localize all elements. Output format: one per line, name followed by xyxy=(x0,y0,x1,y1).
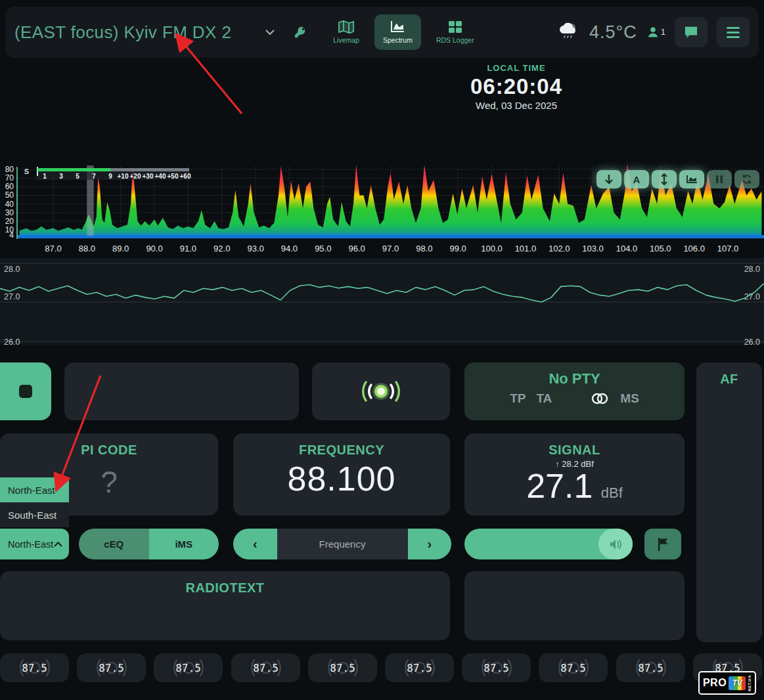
spectrum-arrow-updown-button[interactable] xyxy=(652,170,677,188)
user-icon xyxy=(646,26,660,39)
header-nav: LivemapSpectrumRDS Logger xyxy=(325,14,482,50)
svg-text:87.0: 87.0 xyxy=(45,244,61,253)
key-icon[interactable] xyxy=(293,25,307,39)
spectrum-arrow-down-button[interactable] xyxy=(596,170,621,188)
svg-text:+20: +20 xyxy=(130,173,141,180)
ukraine-flag-icon xyxy=(238,26,258,39)
svg-text:98.0: 98.0 xyxy=(416,244,432,253)
svg-text:26.0: 26.0 xyxy=(4,338,20,345)
svg-text:104.0: 104.0 xyxy=(616,244,638,253)
spectrum-pause-button[interactable] xyxy=(707,170,732,188)
volume-slider[interactable] xyxy=(464,529,633,559)
tune-down-button[interactable]: ‹ xyxy=(233,529,277,559)
svg-text:+10: +10 xyxy=(118,173,129,180)
local-time-block: LOCAL TIME 06:20:04 Wed, 03 Dec 2025 xyxy=(460,63,573,111)
chevron-up-icon xyxy=(54,542,62,547)
preset-button-6[interactable]: 87.5 xyxy=(385,653,454,682)
antenna-option-north-east[interactable]: North-East xyxy=(0,477,69,502)
menu-button[interactable] xyxy=(717,17,750,47)
preset-button-1[interactable]: 87.5 xyxy=(0,653,69,682)
antenna-dropdown-list: North-EastSouth-East xyxy=(0,477,69,527)
svg-text:92.0: 92.0 xyxy=(213,244,230,253)
pi-code-label: PI CODE xyxy=(0,433,218,458)
svg-text:+40: +40 xyxy=(155,173,166,180)
preset-button-2[interactable]: 87.5 xyxy=(77,653,146,682)
svg-text:+60: +60 xyxy=(180,173,191,180)
chevron-down-icon[interactable] xyxy=(265,26,275,38)
chat-icon xyxy=(684,26,698,39)
nav-rds-logger[interactable]: RDS Logger xyxy=(428,14,483,50)
svg-text:60: 60 xyxy=(5,182,14,191)
svg-text:3: 3 xyxy=(59,173,63,180)
svg-text:101.0: 101.0 xyxy=(515,244,537,253)
svg-text:100.0: 100.0 xyxy=(481,244,503,253)
preset-button-5[interactable]: 87.5 xyxy=(308,653,377,682)
station-name-panel xyxy=(64,362,299,420)
radiotext-panel: RADIOTEXT xyxy=(0,571,450,640)
ta-flag: TA xyxy=(536,391,552,406)
spectrum-graph[interactable]: 8070605040302010487.088.089.090.091.092.… xyxy=(0,163,764,256)
frequency-input[interactable] xyxy=(277,529,408,559)
pty-value: No PTY xyxy=(464,362,685,387)
svg-text:S: S xyxy=(24,167,29,175)
radiotext-label: RADIOTEXT xyxy=(0,571,450,596)
svg-text:105.0: 105.0 xyxy=(650,244,671,253)
spectrum-refresh-button[interactable] xyxy=(734,170,759,188)
logo-side-text: NET.UA xyxy=(748,675,752,691)
signal-value: 27.1 xyxy=(526,469,593,503)
listener-count: 1 xyxy=(646,26,665,39)
eq-ims-toggle: cEQ iMS xyxy=(79,529,219,559)
svg-text:50: 50 xyxy=(5,190,14,200)
preset-button-8[interactable]: 87.5 xyxy=(539,653,608,682)
nav-spectrum[interactable]: Spectrum xyxy=(374,14,421,50)
page-title: (EAST focus) Kyiv FM DX 2 xyxy=(14,22,231,43)
svg-text:30: 30 xyxy=(5,208,14,217)
signal-panel: SIGNAL ↑ 28.2 dBf 27.1 dBf xyxy=(464,433,685,515)
tp-flag: TP xyxy=(510,391,526,406)
svg-text:94.0: 94.0 xyxy=(281,244,298,253)
server-title-group[interactable]: (EAST focus) Kyiv FM DX 2 xyxy=(14,22,307,43)
preset-button-9[interactable]: 87.5 xyxy=(616,653,685,682)
svg-text:28.0: 28.0 xyxy=(4,265,20,274)
logo-pro-text: PRO xyxy=(703,677,727,689)
flag-icon xyxy=(657,538,669,551)
svg-text:107.0: 107.0 xyxy=(717,244,739,253)
flag-button[interactable] xyxy=(644,529,681,559)
signal-label: SIGNAL xyxy=(464,433,685,458)
stop-audio-button[interactable] xyxy=(0,362,51,420)
svg-text:28.0: 28.0 xyxy=(744,265,760,274)
chat-button[interactable] xyxy=(675,17,708,47)
spectrum-graph-button[interactable] xyxy=(679,170,704,188)
antenna-option-south-east[interactable]: South-East xyxy=(0,502,69,527)
spectrum-letter-a-button[interactable]: A xyxy=(624,170,649,188)
rds-flags: TP TA MS xyxy=(464,391,685,406)
ceq-button[interactable]: cEQ xyxy=(79,529,149,559)
antenna-select[interactable]: North-East xyxy=(0,529,69,559)
preset-button-3[interactable]: 87.5 xyxy=(154,653,223,682)
svg-text:7: 7 xyxy=(92,173,96,180)
svg-text:99.0: 99.0 xyxy=(450,244,466,253)
af-label: AF xyxy=(696,362,762,387)
stop-icon xyxy=(19,385,32,398)
svg-text:+50: +50 xyxy=(168,173,179,180)
svg-text:93.0: 93.0 xyxy=(247,244,263,253)
preset-button-7[interactable]: 87.5 xyxy=(462,653,531,682)
nav-livemap[interactable]: Livemap xyxy=(325,14,368,50)
preset-button-4[interactable]: 87.5 xyxy=(231,653,300,682)
volume-slider-thumb[interactable] xyxy=(598,529,633,559)
tune-up-button[interactable]: › xyxy=(408,529,452,559)
spectrum-toolbar: A xyxy=(596,170,761,188)
header: (EAST focus) Kyiv FM DX 2 LivemapSpectru… xyxy=(5,7,759,58)
ms-flag: MS xyxy=(620,391,639,406)
svg-text:27.0: 27.0 xyxy=(4,292,20,301)
speaker-icon xyxy=(608,538,623,550)
svg-text:102.0: 102.0 xyxy=(549,244,570,253)
logo-tv-badge: TV xyxy=(729,676,746,690)
stereo-icon xyxy=(590,392,610,405)
ims-button[interactable]: iMS xyxy=(149,529,219,559)
broadcast-icon xyxy=(357,377,405,406)
svg-text:95.0: 95.0 xyxy=(315,244,331,253)
local-date: Wed, 03 Dec 2025 xyxy=(460,100,573,111)
svg-text:106.0: 106.0 xyxy=(683,244,705,253)
svg-text:9: 9 xyxy=(108,173,112,180)
